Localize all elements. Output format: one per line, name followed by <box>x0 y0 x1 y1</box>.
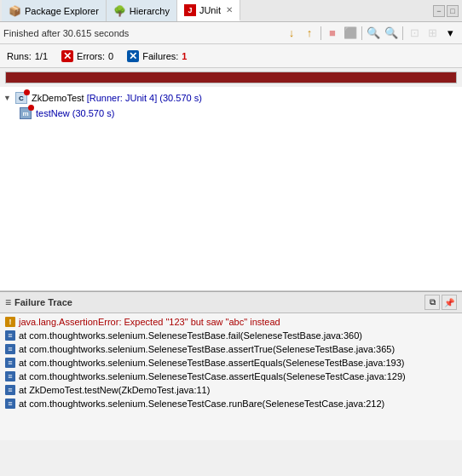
pin-trace-button[interactable]: 📌 <box>442 295 457 310</box>
trace-text: java.lang.AssertionError: Expected "123"… <box>19 316 280 328</box>
method-icon-wrapper: m <box>19 106 32 120</box>
separator-3 <box>402 26 403 40</box>
tabs-container: 📦 Package Explorer 🌳 Hierarchy J JUnit ✕ <box>2 0 240 21</box>
next-failure-button[interactable]: ↓ <box>283 25 300 42</box>
pin-icon: 📌 <box>444 298 454 307</box>
trace-item[interactable]: ≡at com.thoughtworks.selenium.SeleneseTe… <box>0 397 462 410</box>
search-button-1[interactable]: 🔍 <box>365 25 382 42</box>
runs-value: 1/1 <box>35 51 48 61</box>
tab-package-explorer[interactable]: 📦 Package Explorer <box>2 0 107 21</box>
tab-junit[interactable]: J JUnit ✕ <box>177 0 240 21</box>
failure-trace-section: ≡ Failure Trace ⧉ 📌 !java.lang.Assertion… <box>0 291 462 440</box>
prev-failure-button[interactable]: ↑ <box>301 25 318 42</box>
stats-bar: Runs: 1/1 ✕ Errors: 0 ✕ Failures: 1 <box>0 44 462 68</box>
failure-trace-title-container: ≡ Failure Trace <box>5 296 72 308</box>
stop-icon: ■ <box>329 26 336 39</box>
hierarchy-icon: 🌳 <box>113 5 126 17</box>
menu-dropdown-button[interactable]: ▾ <box>442 25 459 42</box>
stack-trace-icon: ≡ <box>5 358 15 368</box>
trace-text: at com.thoughtworks.selenium.SeleneseTes… <box>19 330 362 341</box>
copy-icon: ⧉ <box>430 297 436 307</box>
trace-text: at com.thoughtworks.selenium.SeleneseTes… <box>19 357 404 369</box>
stack-trace-icon: ≡ <box>5 399 15 409</box>
stack-trace-icon: ≡ <box>5 371 15 381</box>
rerun-icon: ⬛ <box>344 26 357 39</box>
zkdemotest-name: ZkDemoTest <box>32 93 87 103</box>
separator-1 <box>321 26 321 40</box>
tree-item-zkdemotest[interactable]: ▼ C ZkDemoTest [Runner: JUnit 4] (30.570… <box>3 90 459 106</box>
junit-icon: J <box>184 4 196 16</box>
errors-label: Errors: <box>77 51 105 61</box>
minimize-button[interactable]: − <box>433 5 445 17</box>
trace-item[interactable]: !java.lang.AssertionError: Expected "123… <box>0 315 462 329</box>
failures-value: 1 <box>182 51 187 61</box>
trace-text: at com.thoughtworks.selenium.SeleneseTes… <box>19 370 406 382</box>
maximize-button[interactable]: □ <box>447 5 459 17</box>
failure-trace-title: Failure Trace <box>14 297 72 307</box>
testnew-label: testNew (30.570 s) <box>36 108 114 118</box>
zkdemotest-label: ZkDemoTest [Runner: JUnit 4] (30.570 s) <box>32 93 202 103</box>
trace-item[interactable]: ≡at com.thoughtworks.selenium.SeleneseTe… <box>0 356 462 370</box>
main-toolbar: Finished after 30.615 seconds ↓ ↑ ■ ⬛ 🔍 … <box>0 22 462 44</box>
runs-stat: Runs: 1/1 <box>7 51 48 61</box>
errors-stat: ✕ Errors: 0 <box>61 50 113 62</box>
runs-label: Runs: <box>7 51 32 61</box>
failure-trace-icon: ≡ <box>5 296 11 308</box>
history-icon: ⊡ <box>410 26 419 39</box>
stop-button[interactable]: ■ <box>324 25 341 42</box>
trace-item[interactable]: ≡at com.thoughtworks.selenium.SeleneseTe… <box>0 342 462 356</box>
search-icon-2: 🔍 <box>384 26 398 39</box>
separator-2 <box>361 26 362 40</box>
stack-trace-icon: ≡ <box>5 385 15 395</box>
progress-bar <box>6 72 456 83</box>
rerun-button[interactable]: ⬛ <box>342 25 359 42</box>
test-tree: ▼ C ZkDemoTest [Runner: JUnit 4] (30.570… <box>0 87 462 291</box>
tab-junit-close[interactable]: ✕ <box>226 5 233 14</box>
package-explorer-icon: 📦 <box>9 5 21 17</box>
stack-trace-icon: ≡ <box>5 330 15 341</box>
trace-item[interactable]: ≡at ZkDemoTest.testNew(ZkDemoTest.java:1… <box>0 383 462 397</box>
class-icon: C <box>14 91 28 105</box>
arrow-up-icon: ↑ <box>307 26 313 39</box>
menu-dropdown-icon: ▾ <box>448 26 453 39</box>
layout-icon: ⊞ <box>428 26 437 39</box>
trace-item[interactable]: ≡at com.thoughtworks.selenium.SeleneseTe… <box>0 329 462 342</box>
tab-hierarchy-label: Hierarchy <box>130 6 170 16</box>
history-button[interactable]: ⊡ <box>406 25 423 42</box>
tab-bar: 📦 Package Explorer 🌳 Hierarchy J JUnit ✕… <box>0 0 462 22</box>
expand-arrow: ▼ <box>3 94 11 102</box>
toolbar-buttons: ↓ ↑ ■ ⬛ 🔍 🔍 ⊡ ⊞ ▾ <box>283 25 459 42</box>
failures-icon: ✕ <box>127 50 139 62</box>
search-button-2[interactable]: 🔍 <box>383 25 400 42</box>
tab-package-explorer-label: Package Explorer <box>25 6 99 16</box>
failures-stat: ✕ Failures: 1 <box>127 50 187 62</box>
errors-value: 0 <box>108 51 113 61</box>
layout-button[interactable]: ⊞ <box>424 25 441 42</box>
copy-trace-button[interactable]: ⧉ <box>424 295 440 310</box>
trace-text: at com.thoughtworks.selenium.SeleneseTes… <box>19 343 395 355</box>
stack-trace-icon: ≡ <box>5 344 15 354</box>
search-icon-1: 🔍 <box>367 26 380 39</box>
status-text: Finished after 30.615 seconds <box>3 28 129 38</box>
zkdemotest-runner: [Runner: JUnit 4] (30.570 s) <box>87 93 202 103</box>
window-controls: − □ <box>433 5 459 17</box>
progress-container <box>5 72 457 83</box>
failure-trace-toolbar: ⧉ 📌 <box>424 295 457 310</box>
error-trace-icon: ! <box>5 317 15 327</box>
failure-trace-header: ≡ Failure Trace ⧉ 📌 <box>0 292 462 313</box>
failures-label: Failures: <box>142 51 178 61</box>
trace-text: at ZkDemoTest.testNew(ZkDemoTest.java:11… <box>19 384 210 396</box>
tab-hierarchy[interactable]: 🌳 Hierarchy <box>107 0 177 21</box>
trace-text: at com.thoughtworks.selenium.SeleneseTes… <box>19 398 384 410</box>
trace-list: !java.lang.AssertionError: Expected "123… <box>0 313 462 440</box>
errors-icon: ✕ <box>61 50 73 62</box>
trace-item[interactable]: ≡at com.thoughtworks.selenium.SeleneseTe… <box>0 370 462 383</box>
tab-junit-label: JUnit <box>199 5 221 15</box>
tree-item-testnew[interactable]: m testNew (30.570 s) <box>3 106 459 121</box>
arrow-down-icon: ↓ <box>289 26 295 39</box>
